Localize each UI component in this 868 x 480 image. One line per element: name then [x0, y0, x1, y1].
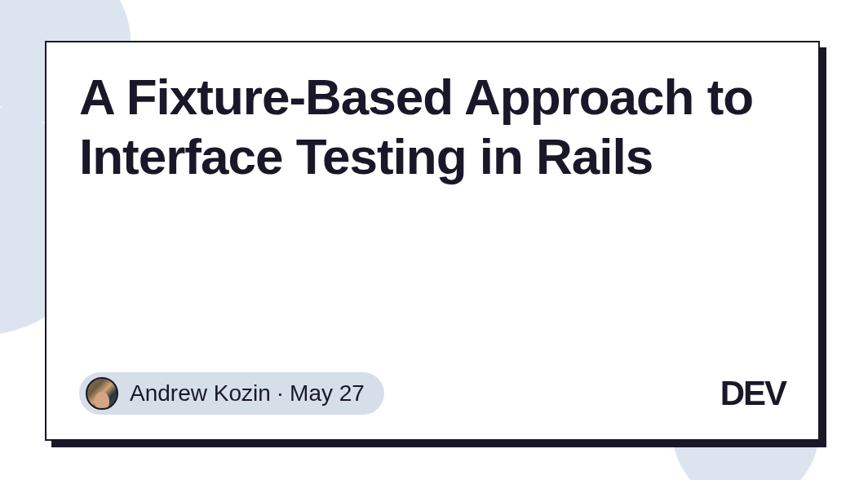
publish-date: May 27 — [290, 380, 365, 406]
dev-logo[interactable]: DEV — [720, 374, 786, 413]
author-avatar — [86, 377, 118, 410]
author-name: Andrew Kozin — [130, 380, 271, 406]
article-card: A Fixture-Based Approach to Interface Te… — [45, 41, 820, 441]
author-info-text: Andrew Kozin · May 27 — [130, 380, 365, 407]
article-title: A Fixture-Based Approach to Interface Te… — [79, 67, 786, 186]
meta-separator: · — [277, 380, 284, 406]
card-footer: Andrew Kozin · May 27 DEV — [79, 372, 786, 415]
author-badge[interactable]: Andrew Kozin · May 27 — [79, 372, 384, 415]
